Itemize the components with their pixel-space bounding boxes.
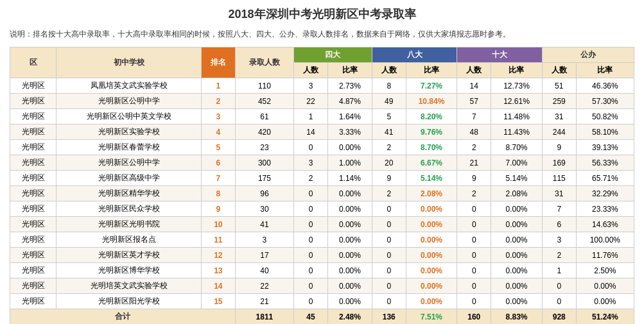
cell-s8r: 0.00% [406,263,457,278]
cell-s8r: 10.84% [406,94,457,109]
cell-school: 光明新区公明中学 [57,94,202,109]
col-admitted: 录取人数 [235,47,293,78]
cell-s10r: 0.00% [491,248,543,263]
col-rank: 排名 [201,47,235,78]
total-s8r: 7.51% [406,309,457,324]
cell-rank: 12 [201,248,235,263]
cell-s4n: 0 [294,186,328,201]
cell-sgr: 0.00% [576,278,634,294]
bada-count: 人数 [372,63,406,78]
cell-sgn: 6 [542,217,576,232]
cell-sgn: 51 [542,78,576,94]
cell-s8n: 8 [372,78,406,94]
cell-sgr: 65.71% [576,171,634,186]
table-row: 光明区光明新区民众学校93000.00%00.00%00.00%723.33% [10,201,634,217]
cell-sgr: 46.36% [576,78,634,94]
cell-district: 光明区 [10,140,57,155]
cell-rank: 14 [201,278,235,294]
cell-s10n: 0 [457,294,491,309]
cell-school: 光明新区光明书院 [57,217,202,232]
cell-sgr: 56.33% [576,155,634,171]
cell-s10r: 11.43% [491,124,543,140]
cell-s10n: 48 [457,124,491,140]
cell-school: 光明新区博华学校 [57,263,202,278]
table-row: 光明区光明新区报名点11300.00%00.00%00.00%3100.00% [10,232,634,248]
cell-s10n: 2 [457,140,491,155]
cell-s10n: 0 [457,232,491,248]
shida-rate: 比率 [491,63,543,78]
cell-district: 光明区 [10,248,57,263]
cell-s10n: 0 [457,217,491,232]
cell-admitted: 420 [235,124,293,140]
cell-s8n: 0 [372,201,406,217]
cell-s8r: 0.00% [406,278,457,294]
cell-s10r: 12.61% [491,94,543,109]
cell-rank: 1 [201,78,235,94]
table-row: 光明区光明新区高级中学717521.14%95.14%95.14%11565.7… [10,171,634,186]
cell-s8r: 5.14% [406,171,457,186]
cell-s8n: 41 [372,124,406,140]
cell-sgr: 58.10% [576,124,634,140]
table-row: 光明区光明新区实验学校4420143.33%419.76%4811.43%244… [10,124,634,140]
cell-s4r: 0.00% [327,217,372,232]
cell-rank: 9 [201,201,235,217]
cell-s10n: 57 [457,94,491,109]
note-text: 说明：排名按十大高中录取率，十大高中录取率相同的时候，按照八大、四大、公办、录取… [10,28,634,40]
cell-s10n: 0 [457,263,491,278]
cell-admitted: 3 [235,232,293,248]
cell-s10n: 0 [457,248,491,263]
gongban-count: 人数 [542,63,576,78]
table-row: 光明区凤凰培英文武实验学校111032.73%87.27%1412.73%514… [10,78,634,94]
cell-s4n: 2 [294,171,328,186]
cell-s10n: 21 [457,155,491,171]
page-title: 2018年深圳中考光明新区中考录取率 [10,6,634,22]
col-bada: 八大 [372,47,457,63]
gongban-rate: 比率 [576,63,634,78]
cell-s8r: 0.00% [406,217,457,232]
cell-s4r: 0.00% [327,263,372,278]
sida-rate: 比率 [327,63,372,78]
cell-s4n: 0 [294,263,328,278]
cell-s4n: 3 [294,78,328,94]
cell-sgr: 23.33% [576,201,634,217]
cell-sgr: 2.50% [576,263,634,278]
cell-district: 光明区 [10,94,57,109]
cell-s4r: 1.00% [327,155,372,171]
cell-s8n: 0 [372,217,406,232]
cell-s10n: 0 [457,201,491,217]
cell-school: 凤凰培英文武实验学校 [57,78,202,94]
cell-s8r: 7.27% [406,78,457,94]
cell-rank: 3 [201,109,235,124]
cell-s8r: 9.76% [406,124,457,140]
cell-sgr: 57.30% [576,94,634,109]
cell-district: 光明区 [10,263,57,278]
cell-s8n: 0 [372,294,406,309]
table-row: 光明区光明新区精华学校89600.00%22.08%22.08%3132.29% [10,186,634,201]
table-row: 光明区光明新区阳光学校152100.00%00.00%00.00%00.00% [10,294,634,309]
cell-s8r: 2.08% [406,186,457,201]
cell-sgr: 14.63% [576,217,634,232]
cell-s4r: 0.00% [327,294,372,309]
cell-rank: 15 [201,294,235,309]
cell-s10n: 7 [457,109,491,124]
cell-school: 光明新区民众学校 [57,201,202,217]
cell-school: 光明新区公明中英文学校 [57,109,202,124]
cell-rank: 8 [201,186,235,201]
cell-school: 光明新区高级中学 [57,171,202,186]
cell-district: 光明区 [10,201,57,217]
table-row: 光明区光明新区博华学校134000.00%00.00%00.00%12.50% [10,263,634,278]
cell-sgn: 3 [542,232,576,248]
cell-district: 光明区 [10,109,57,124]
col-district: 区 [10,47,57,78]
cell-rank: 5 [201,140,235,155]
col-shida: 十大 [457,47,542,63]
cell-district: 光明区 [10,294,57,309]
cell-district: 光明区 [10,232,57,248]
total-label: 合计 [10,309,236,324]
cell-sgn: 244 [542,124,576,140]
table-row: 光明区光明培英文武实验学校142200.00%00.00%00.00%00.00… [10,278,634,294]
cell-s4n: 0 [294,248,328,263]
cell-s4n: 0 [294,140,328,155]
cell-sgn: 0 [542,294,576,309]
cell-rank: 11 [201,232,235,248]
